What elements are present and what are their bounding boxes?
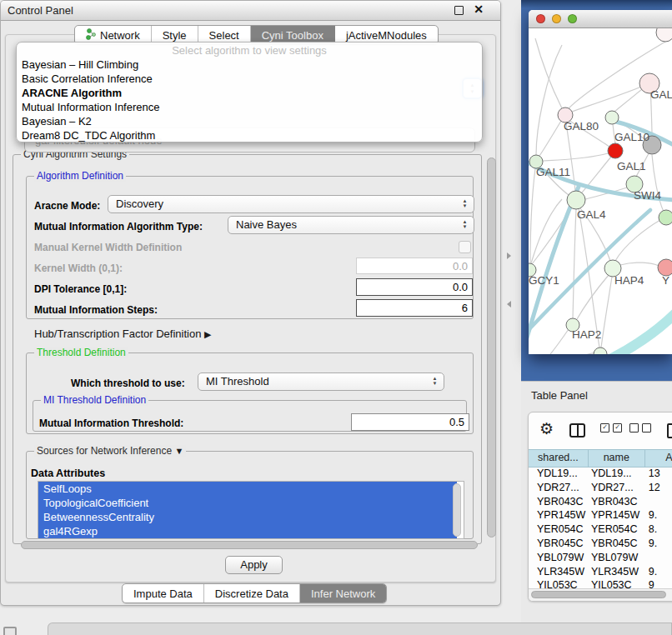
table-cell: YDR27... [529, 481, 589, 495]
checked-box-icon: ✓ [600, 423, 609, 432]
attribute-item-selfloops[interactable]: SelfLoops [38, 482, 457, 496]
attribute-item-topologicalcoefficient[interactable]: TopologicalCoefficient [38, 496, 457, 510]
select-all-checkboxes-icon[interactable]: ✓ ✓ [600, 423, 622, 432]
tab-label: Network [100, 29, 140, 42]
close-icon[interactable]: ✕ [474, 2, 484, 16]
network-node-label: GAL11 [536, 166, 570, 178]
mi-type-label: Mutual Information Algorithm Type: [34, 221, 203, 232]
minimized-panel-icon[interactable] [3, 627, 17, 635]
table-cell [645, 551, 672, 565]
cyni-bottom-tabbar: Impute DataDiscretize DataInfer Network [122, 583, 387, 603]
table-row[interactable]: YDR27...YDR27...12 [529, 481, 672, 495]
manual-kernel-label: Manual Kernel Width Definition [34, 242, 182, 253]
which-threshold-value: MI Threshold [206, 375, 269, 388]
column-header-name[interactable]: name [589, 450, 645, 467]
network-node[interactable] [659, 210, 672, 225]
desktop-shade [521, 0, 672, 8]
which-threshold-combo[interactable]: MI Threshold ▲▼ [198, 372, 444, 391]
table-row[interactable]: YBR045CYBR045C9. [529, 537, 672, 551]
hub-definition-disclosure[interactable]: Hub/Transcription Factor Definition ▶ [34, 328, 211, 340]
column-header-shared[interactable]: shared... [529, 450, 589, 467]
tab-impute-data[interactable]: Impute Data [123, 584, 204, 602]
network-node[interactable] [567, 191, 585, 209]
dpi-tolerance-label: DPI Tolerance [0,1]: [34, 283, 127, 295]
network-node-label: HAP4 [614, 274, 644, 287]
table-header-row: shared...nameA [529, 449, 672, 468]
attributes-list-scrollbar[interactable] [453, 483, 461, 537]
tab-discretize-data[interactable]: Discretize Data [204, 584, 300, 602]
control-panel-window: Control Panel ✕ NetworkStyleSelectCyni T… [0, 0, 501, 606]
network-edge [543, 153, 608, 161]
table-cell: YPR145W [589, 508, 645, 522]
scrollbar-thumb[interactable] [531, 591, 666, 598]
close-traffic-light[interactable] [536, 14, 545, 23]
table-row[interactable]: YDL19...YDL19...13 [529, 467, 672, 481]
settings-vertical-scrollbar[interactable] [487, 158, 496, 538]
settings-horizontal-scrollbar[interactable] [21, 541, 478, 549]
dropdown-placeholder: Select algorithm to view settings [17, 44, 482, 58]
manual-kernel-checkbox[interactable] [459, 241, 471, 253]
minimize-traffic-light[interactable] [552, 14, 561, 23]
network-node[interactable] [594, 348, 607, 354]
splitter-collapse-icon[interactable] [507, 301, 511, 308]
export-table-icon[interactable] [667, 423, 672, 438]
table-cell: 8. [645, 522, 672, 537]
network-node[interactable] [656, 28, 672, 42]
control-panel-title: Control Panel [8, 4, 73, 17]
network-edge [573, 209, 576, 318]
network-edge [534, 329, 569, 354]
network-canvas[interactable]: GALGAL80GAL10GAL1GAL11SWI4GAL4GCY1HAP4YH… [529, 28, 672, 354]
table-row[interactable]: YPR145WYPR145W9. [529, 508, 672, 522]
combo-stepper-icon: ▲▼ [461, 198, 469, 208]
table-row[interactable]: YER054CYER054C8. [529, 522, 672, 537]
table-row[interactable]: YBR043CYBR043C [529, 495, 672, 509]
network-node-label: GCY1 [529, 274, 559, 287]
table-cell: YBR045C [589, 537, 645, 551]
table-row[interactable]: YBL079WYBL079W [529, 551, 672, 565]
attribute-item-betweennesscentrality[interactable]: BetweennessCentrality [38, 510, 457, 524]
algorithm-option-mutual-information-inference[interactable]: Mutual Information Inference [17, 100, 482, 114]
attribute-item-gal4rgexp[interactable]: gal4RGexp [38, 524, 457, 538]
gear-icon[interactable]: ⚙ [539, 419, 554, 438]
control-panel-titlebar: Control Panel ✕ [1, 1, 500, 21]
network-node-label: GAL1 [617, 160, 646, 172]
network-node[interactable] [658, 259, 672, 276]
table-cell: YLR345W [589, 565, 645, 579]
table-cell: YER054C [589, 522, 645, 537]
mi-threshold-field[interactable]: 0.5 [351, 413, 469, 431]
float-window-icon[interactable] [454, 6, 464, 15]
apply-button[interactable]: Apply [225, 556, 283, 574]
sources-disclosure[interactable]: Sources for Network Inference ▼ [34, 445, 186, 457]
algorithm-option-dream8-dc-tdc-algorithm[interactable]: Dream8 DC_TDC Algorithm [17, 128, 482, 142]
tab-infer-network[interactable]: Infer Network [300, 584, 386, 602]
algorithm-option-basic-correlation-inference[interactable]: Basic Correlation Inference [17, 72, 482, 86]
network-icon [86, 28, 96, 42]
algorithm-dropdown-list: Select algorithm to view settings Bayesi… [16, 42, 483, 142]
kernel-width-field[interactable]: 0.0 [356, 258, 473, 274]
table-row[interactable]: YLR345WYLR345W9. [529, 565, 672, 579]
algorithm-option-bayesian-hill-climbing[interactable]: Bayesian – Hill Climbing [17, 58, 482, 72]
dpi-tolerance-field[interactable]: 0.0 [356, 278, 473, 296]
algorithm-option-bayesian-k2[interactable]: Bayesian – K2 [17, 114, 482, 128]
deselect-all-checkboxes-icon[interactable] [629, 423, 651, 432]
mi-type-combo[interactable]: Naive Bayes ▲▼ [228, 216, 474, 234]
mi-steps-field[interactable]: 6 [356, 299, 473, 317]
checked-box-icon: ✓ [613, 423, 622, 432]
network-node[interactable] [605, 111, 619, 124]
data-attributes-list: SelfLoopsTopologicalCoefficientBetweenne… [38, 481, 464, 539]
network-node[interactable] [608, 143, 623, 158]
network-edge-highlight [605, 312, 672, 354]
algorithm-option-aracne-algorithm[interactable]: ARACNE Algorithm [17, 86, 482, 100]
zoom-traffic-light[interactable] [568, 14, 577, 23]
network-edge [535, 38, 562, 108]
hub-definition-label: Hub/Transcription Factor Definition [34, 328, 201, 340]
group-title: Threshold Definition [34, 347, 128, 358]
network-edge [533, 352, 595, 354]
table-cell: 12 [645, 481, 672, 495]
splitter-collapse-icon[interactable] [507, 252, 511, 259]
columns-icon[interactable] [569, 423, 585, 438]
table-horizontal-scrollbar[interactable] [529, 588, 672, 601]
table-cell: YBR043C [529, 495, 589, 509]
column-header-a[interactable]: A [645, 450, 672, 467]
aracne-mode-combo[interactable]: Discovery ▲▼ [108, 195, 474, 213]
